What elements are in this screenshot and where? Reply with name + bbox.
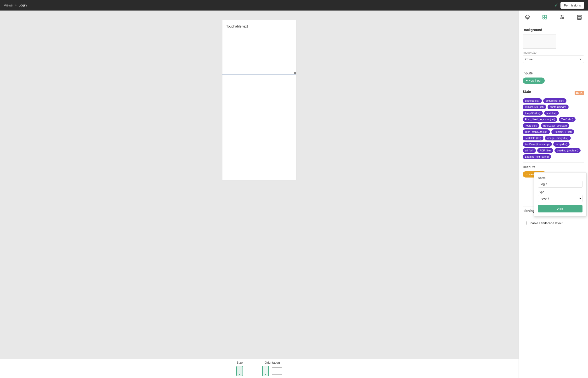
svg-rect-3	[543, 17, 545, 19]
tag-imagelibrary[interactable]: imageLibrary (list)	[545, 136, 571, 140]
tag-url[interactable]: url (url)	[523, 148, 536, 153]
tag-boollabel[interactable]: BoolLabel (boolean)	[541, 123, 569, 128]
outputs-section: Outputs + New output Name Type event str…	[523, 165, 584, 177]
popup-type-select[interactable]: event string number boolean list	[538, 195, 583, 202]
image-size-select[interactable]: Cover Contain Stretch Repeat	[523, 55, 584, 63]
tag-gridtest[interactable]: gridtest (list)	[523, 98, 542, 103]
right-panel: Background Image size Cover Contain Stre…	[518, 11, 588, 378]
svg-rect-11	[577, 15, 582, 16]
tag-richtestds29[interactable]: RichTestDS29 (list)	[523, 129, 550, 134]
background-section-title: Background	[523, 28, 584, 32]
touchable-text-label: Touchable text	[226, 24, 248, 28]
permissions-button[interactable]: Permissions	[560, 2, 584, 9]
state-section-title: State	[523, 90, 531, 94]
image-size-label: Image size	[523, 51, 584, 54]
tag-listrich120[interactable]: listRich120 (list)	[523, 105, 546, 109]
topbar: Views > Login ✓ Permissions	[0, 0, 588, 11]
inputs-section-title: Inputs	[523, 71, 584, 75]
landscape-label: Enable Landscape layout	[528, 221, 563, 225]
size-label: Size	[237, 361, 242, 364]
breadcrumb-separator: >	[14, 3, 16, 7]
save-check-icon[interactable]: ✓	[554, 2, 559, 8]
svg-rect-2	[545, 15, 546, 17]
tag-post-need[interactable]: Post_Need_to_show (list)	[523, 117, 557, 122]
svg-rect-13	[577, 18, 582, 20]
size-icons	[236, 366, 243, 376]
landscape-checkbox[interactable]	[523, 221, 526, 225]
divider-2	[523, 87, 584, 87]
panel-tabs	[519, 11, 588, 24]
landscape-row: Enable Landscape layout	[523, 219, 584, 227]
divider-1	[523, 69, 584, 69]
canvas-area: Touchable text Size Orientation	[0, 11, 518, 378]
output-popup: Name Type event string number boolean li…	[534, 172, 587, 216]
tab-component[interactable]	[540, 13, 549, 22]
beta-badge: BETA	[574, 91, 584, 95]
new-input-button[interactable]: + New input	[523, 78, 545, 84]
tag-loading-text[interactable]: Loading Text (string)	[523, 154, 551, 159]
main-layout: Touchable text Size Orientation	[0, 11, 588, 378]
panel-scroll: Background Image size Cover Contain Stre…	[519, 24, 588, 231]
outputs-section-title: Outputs	[523, 165, 584, 169]
tag-test[interactable]: test (list)	[544, 111, 559, 116]
svg-rect-1	[543, 15, 545, 17]
phone-top-section: Touchable text	[223, 20, 296, 75]
state-header: State BETA	[523, 90, 584, 96]
orientation-section: Orientation	[262, 361, 282, 376]
tab-settings[interactable]	[557, 13, 567, 22]
tag-richtext78[interactable]: Richtext78 (list)	[551, 129, 574, 134]
tag-testdata[interactable]: TestData (list)	[523, 136, 544, 140]
resize-handle[interactable]	[294, 72, 296, 74]
tab-stack[interactable]	[574, 13, 584, 22]
state-section: State BETA gridtest (list) emtypicker (l…	[523, 90, 584, 159]
size-section: Size	[236, 361, 243, 376]
tag-emtypicker[interactable]: emtypicker (list)	[543, 98, 566, 103]
breadcrumb-views[interactable]: Views	[4, 3, 13, 7]
tag-photo[interactable]: photo (image)	[547, 105, 569, 109]
tab-layers[interactable]	[523, 13, 532, 22]
inputs-section: Inputs + New input	[523, 71, 584, 84]
landscape-orientation-icon[interactable]	[272, 367, 282, 375]
tag-testdate[interactable]: testDate (timestamp)	[523, 142, 552, 147]
svg-point-10	[561, 18, 562, 19]
breadcrumb-current: Login	[18, 3, 27, 7]
background-preview[interactable]	[523, 34, 556, 49]
popup-add-button[interactable]: Add	[538, 205, 583, 213]
tag-test1[interactable]: Test1 (list)	[523, 123, 539, 128]
tag-tempds[interactable]: tempDS (list)	[523, 111, 543, 116]
phone-bottom-section	[223, 75, 296, 180]
orientation-icons	[262, 366, 282, 376]
topbar-actions: ✓ Permissions	[554, 2, 584, 9]
svg-rect-4	[545, 17, 546, 19]
phone-portrait-icon[interactable]	[236, 366, 243, 376]
tag-loading[interactable]: Loading (boolean)	[555, 148, 581, 153]
popup-name-input[interactable]	[538, 181, 583, 188]
svg-rect-12	[577, 17, 582, 18]
popup-name-label: Name	[538, 176, 583, 180]
state-tags-container: gridtest (list) emtypicker (list) listRi…	[523, 98, 584, 159]
phone-frame: Touchable text	[222, 20, 296, 180]
svg-point-8	[561, 15, 562, 16]
breadcrumb: Views > Login	[4, 3, 27, 7]
phone-portrait-orientation-icon[interactable]	[262, 366, 269, 376]
popup-type-label: Type	[538, 190, 583, 194]
tag-pdf[interactable]: PDF (file)	[537, 148, 553, 153]
tag-temp[interactable]: temp (list)	[553, 142, 570, 147]
bottom-controls: Size Orientation	[0, 359, 518, 378]
orientation-label: Orientation	[265, 361, 280, 364]
divider-3	[523, 162, 584, 163]
svg-point-9	[562, 17, 563, 18]
tag-test2[interactable]: Test2 (list)	[559, 117, 575, 122]
